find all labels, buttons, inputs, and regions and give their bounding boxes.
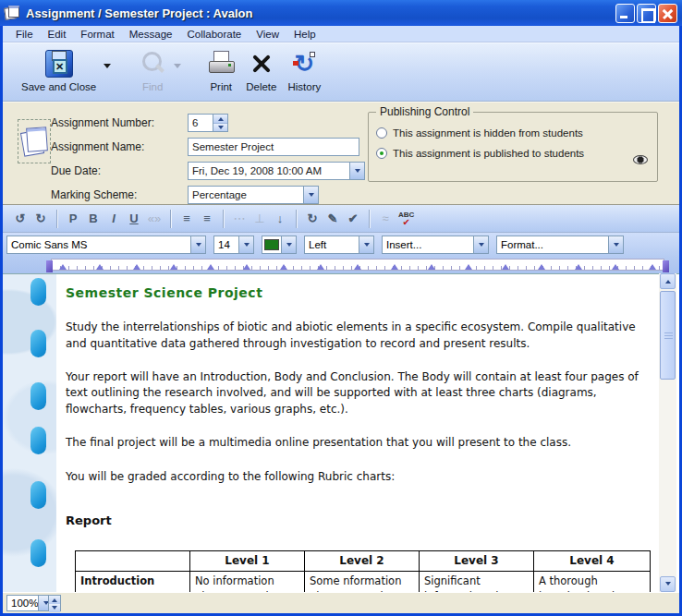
- scrollbar-thumb[interactable]: [660, 291, 676, 380]
- ruler[interactable]: [51, 259, 664, 271]
- save-icon: ✕: [45, 50, 73, 78]
- insert-line-icon: ⊥: [250, 211, 270, 225]
- save-and-close-label: Save and Close: [21, 81, 96, 92]
- menu-collaborate[interactable]: Collaborate: [179, 28, 249, 41]
- font-family-combobox[interactable]: Comic Sans MS: [6, 236, 206, 254]
- special-format-icon[interactable]: «»: [144, 211, 164, 225]
- indent-icon[interactable]: ≡: [197, 211, 217, 225]
- font-family-dropdown-icon[interactable]: [190, 236, 205, 253]
- number-spinner[interactable]: [213, 115, 227, 131]
- document-content[interactable]: Semester Science Project Study the inter…: [66, 278, 655, 592]
- find-dropdown-arrow-icon: [174, 64, 181, 72]
- due-date-dropdown-icon[interactable]: [349, 163, 364, 179]
- zoom-dropdown-icon[interactable]: [38, 596, 49, 610]
- marking-scheme-dropdown-icon[interactable]: [303, 187, 318, 203]
- assignment-number-stepper[interactable]: 6: [188, 114, 228, 132]
- zoom-spinner[interactable]: [49, 595, 61, 611]
- maximize-button[interactable]: [637, 4, 656, 23]
- menu-view[interactable]: View: [249, 28, 286, 41]
- print-icon: [207, 50, 235, 78]
- font-size-dropdown-icon[interactable]: [238, 236, 253, 253]
- font-size-combobox[interactable]: 14: [213, 236, 254, 254]
- paragraph: You will be graded according to the foll…: [66, 469, 655, 485]
- row-label-cell: Introduction: [76, 572, 190, 592]
- scroll-up-icon[interactable]: [660, 273, 676, 289]
- marking-scheme-value: Percentage: [192, 189, 247, 200]
- print-button[interactable]: Print: [201, 47, 240, 93]
- minimize-button[interactable]: [615, 4, 635, 23]
- published-option-row[interactable]: This assignment is published to students: [376, 146, 584, 161]
- paragraph: Your report will have an Introduction, B…: [66, 369, 655, 417]
- format-dropdown-icon[interactable]: [608, 236, 623, 253]
- paragraph-icon[interactable]: P: [63, 211, 83, 225]
- font-family-value: Comic Sans MS: [11, 239, 87, 250]
- hidden-option-row[interactable]: This assignment is hidden from students: [376, 126, 583, 140]
- arrow-down-icon[interactable]: ↓: [270, 211, 290, 225]
- menu-format[interactable]: Format: [73, 28, 121, 41]
- title-bar[interactable]: Assignment / Semester Project : Avalon: [0, 0, 682, 26]
- italic-icon[interactable]: I: [104, 211, 124, 225]
- font-color-combobox[interactable]: [262, 236, 297, 254]
- redo-icon[interactable]: ↻: [30, 211, 51, 225]
- vertical-scrollbar[interactable]: [659, 273, 676, 592]
- spellcheck-icon[interactable]: ABC ✔: [396, 211, 417, 226]
- insert-combobox[interactable]: Insert...: [382, 236, 489, 254]
- window-title: Assignment / Semester Project : Avalon: [26, 6, 614, 20]
- save-dropdown-arrow-icon[interactable]: [104, 64, 111, 72]
- alignment-dropdown-icon[interactable]: [359, 236, 373, 253]
- marking-scheme-label: Marking Scheme:: [51, 188, 188, 201]
- hidden-radio[interactable]: [376, 127, 387, 139]
- refresh-icon[interactable]: ↻: [302, 211, 323, 225]
- eye-icon: [633, 155, 648, 164]
- zoom-value: 100%: [11, 598, 38, 609]
- format-combobox[interactable]: Format...: [496, 236, 624, 254]
- font-color-swatch: [264, 239, 279, 250]
- bold-icon[interactable]: B: [83, 211, 104, 225]
- menu-help[interactable]: Help: [286, 28, 323, 41]
- right-indent-marker[interactable]: [663, 260, 669, 272]
- history-button[interactable]: ↻ History: [282, 47, 326, 93]
- main-toolbar: ✕ Save and Close Find Print Delete ↻ His…: [3, 42, 679, 102]
- assignment-form: Assignment Number: 6 Assignment Name: Se…: [3, 102, 679, 205]
- header-cell: Level 2: [305, 550, 420, 571]
- scroll-down-icon[interactable]: [660, 576, 676, 592]
- table-cell: Significant information given reader is …: [420, 572, 534, 592]
- ruler-tab-marker: [59, 260, 67, 270]
- insert-dropdown-icon[interactable]: [473, 236, 488, 253]
- undo-icon[interactable]: ↺: [10, 211, 30, 225]
- print-label: Print: [210, 81, 232, 92]
- font-color-dropdown-icon[interactable]: [281, 236, 296, 253]
- marking-scheme-combobox[interactable]: Percentage: [188, 186, 319, 204]
- find-icon: [139, 50, 166, 78]
- delete-button[interactable]: Delete: [240, 47, 282, 93]
- underline-icon[interactable]: U: [124, 211, 144, 225]
- alignment-combobox[interactable]: Left: [304, 236, 374, 254]
- font-size-value: 14: [218, 239, 230, 250]
- assignment-name-input[interactable]: Semester Project: [188, 138, 359, 156]
- edit-pencil-icon[interactable]: ✎: [323, 211, 343, 225]
- outdent-icon[interactable]: ≡: [177, 211, 197, 225]
- assignment-number-value: 6: [192, 117, 198, 128]
- menu-file[interactable]: File: [8, 28, 41, 41]
- signature-icon: ≈: [375, 211, 396, 225]
- accept-check-icon[interactable]: ✔: [343, 211, 363, 225]
- published-radio[interactable]: [376, 148, 387, 159]
- header-cell: Level 1: [190, 550, 305, 571]
- message-body-editor[interactable]: Semester Science Project Study the inter…: [3, 273, 679, 592]
- header-cell: Level 3: [420, 550, 534, 571]
- menu-edit[interactable]: Edit: [41, 28, 74, 41]
- publishing-control-group: Publishing Control This assignment is hi…: [368, 112, 658, 182]
- status-bar: 100%: [3, 592, 679, 613]
- assignment-number-label: Assignment Number:: [51, 116, 188, 129]
- history-icon: ↻: [290, 50, 318, 78]
- close-button[interactable]: [658, 4, 677, 23]
- left-indent-marker[interactable]: [46, 260, 53, 272]
- horizontal-rule-icon: ⋯: [229, 211, 250, 225]
- menu-message[interactable]: Message: [122, 28, 180, 41]
- save-and-close-button[interactable]: ✕ Save and Close: [16, 47, 102, 93]
- header-cell: [76, 550, 190, 571]
- document-title: Semester Science Project: [66, 284, 655, 302]
- zoom-combobox[interactable]: 100%: [6, 595, 49, 611]
- assignment-notes-icon: [18, 119, 51, 163]
- due-date-combobox[interactable]: Fri, Dec 19, 2008 10:00 AM: [188, 162, 365, 180]
